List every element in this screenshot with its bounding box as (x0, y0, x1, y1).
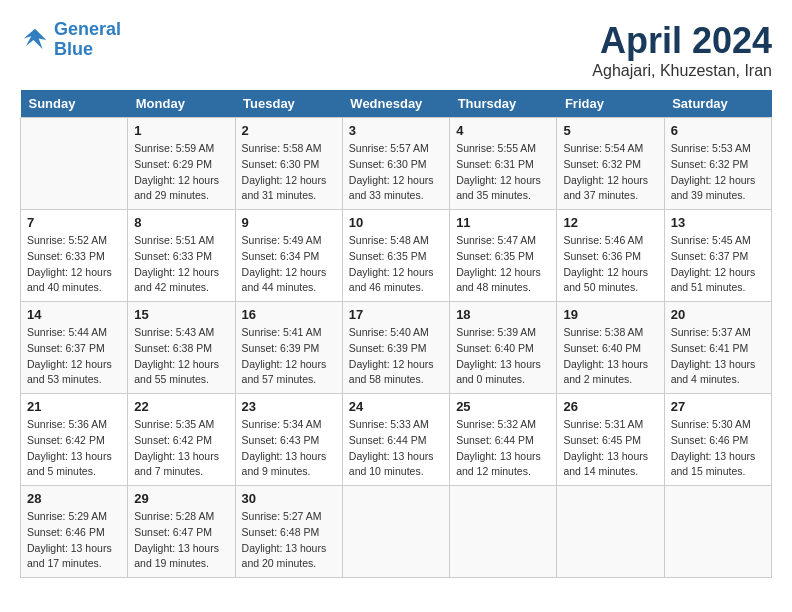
day-info: Sunrise: 5:52 AM Sunset: 6:33 PM Dayligh… (27, 233, 121, 296)
weekday-header-saturday: Saturday (664, 90, 771, 118)
day-number: 4 (456, 123, 550, 138)
svg-marker-0 (24, 29, 47, 49)
day-info: Sunrise: 5:33 AM Sunset: 6:44 PM Dayligh… (349, 417, 443, 480)
day-info: Sunrise: 5:57 AM Sunset: 6:30 PM Dayligh… (349, 141, 443, 204)
calendar-cell (21, 118, 128, 210)
calendar-cell: 15Sunrise: 5:43 AM Sunset: 6:38 PM Dayli… (128, 302, 235, 394)
day-number: 16 (242, 307, 336, 322)
day-info: Sunrise: 5:32 AM Sunset: 6:44 PM Dayligh… (456, 417, 550, 480)
weekday-header-friday: Friday (557, 90, 664, 118)
day-number: 1 (134, 123, 228, 138)
calendar-table: SundayMondayTuesdayWednesdayThursdayFrid… (20, 90, 772, 578)
calendar-header-row: SundayMondayTuesdayWednesdayThursdayFrid… (21, 90, 772, 118)
calendar-cell: 14Sunrise: 5:44 AM Sunset: 6:37 PM Dayli… (21, 302, 128, 394)
day-info: Sunrise: 5:30 AM Sunset: 6:46 PM Dayligh… (671, 417, 765, 480)
calendar-cell: 8Sunrise: 5:51 AM Sunset: 6:33 PM Daylig… (128, 210, 235, 302)
calendar-cell: 9Sunrise: 5:49 AM Sunset: 6:34 PM Daylig… (235, 210, 342, 302)
calendar-cell (342, 486, 449, 578)
calendar-cell: 3Sunrise: 5:57 AM Sunset: 6:30 PM Daylig… (342, 118, 449, 210)
day-number: 18 (456, 307, 550, 322)
calendar-week-2: 7Sunrise: 5:52 AM Sunset: 6:33 PM Daylig… (21, 210, 772, 302)
day-number: 25 (456, 399, 550, 414)
calendar-cell: 10Sunrise: 5:48 AM Sunset: 6:35 PM Dayli… (342, 210, 449, 302)
day-info: Sunrise: 5:35 AM Sunset: 6:42 PM Dayligh… (134, 417, 228, 480)
day-number: 24 (349, 399, 443, 414)
calendar-week-1: 1Sunrise: 5:59 AM Sunset: 6:29 PM Daylig… (21, 118, 772, 210)
calendar-cell: 27Sunrise: 5:30 AM Sunset: 6:46 PM Dayli… (664, 394, 771, 486)
day-number: 9 (242, 215, 336, 230)
calendar-cell: 4Sunrise: 5:55 AM Sunset: 6:31 PM Daylig… (450, 118, 557, 210)
day-number: 17 (349, 307, 443, 322)
day-number: 12 (563, 215, 657, 230)
day-number: 13 (671, 215, 765, 230)
day-number: 14 (27, 307, 121, 322)
weekday-header-monday: Monday (128, 90, 235, 118)
day-info: Sunrise: 5:49 AM Sunset: 6:34 PM Dayligh… (242, 233, 336, 296)
calendar-cell: 6Sunrise: 5:53 AM Sunset: 6:32 PM Daylig… (664, 118, 771, 210)
calendar-cell: 17Sunrise: 5:40 AM Sunset: 6:39 PM Dayli… (342, 302, 449, 394)
day-number: 21 (27, 399, 121, 414)
day-number: 11 (456, 215, 550, 230)
day-info: Sunrise: 5:37 AM Sunset: 6:41 PM Dayligh… (671, 325, 765, 388)
calendar-cell (450, 486, 557, 578)
day-info: Sunrise: 5:47 AM Sunset: 6:35 PM Dayligh… (456, 233, 550, 296)
calendar-cell: 12Sunrise: 5:46 AM Sunset: 6:36 PM Dayli… (557, 210, 664, 302)
day-info: Sunrise: 5:53 AM Sunset: 6:32 PM Dayligh… (671, 141, 765, 204)
day-number: 8 (134, 215, 228, 230)
calendar-cell: 18Sunrise: 5:39 AM Sunset: 6:40 PM Dayli… (450, 302, 557, 394)
page-header: General Blue April 2024 Aghajari, Khuzes… (20, 20, 772, 80)
day-number: 7 (27, 215, 121, 230)
day-number: 19 (563, 307, 657, 322)
day-info: Sunrise: 5:40 AM Sunset: 6:39 PM Dayligh… (349, 325, 443, 388)
weekday-header-sunday: Sunday (21, 90, 128, 118)
day-info: Sunrise: 5:58 AM Sunset: 6:30 PM Dayligh… (242, 141, 336, 204)
calendar-cell: 11Sunrise: 5:47 AM Sunset: 6:35 PM Dayli… (450, 210, 557, 302)
weekday-header-tuesday: Tuesday (235, 90, 342, 118)
calendar-cell: 2Sunrise: 5:58 AM Sunset: 6:30 PM Daylig… (235, 118, 342, 210)
day-number: 15 (134, 307, 228, 322)
logo-blue: Blue (54, 39, 93, 59)
day-info: Sunrise: 5:28 AM Sunset: 6:47 PM Dayligh… (134, 509, 228, 572)
day-info: Sunrise: 5:48 AM Sunset: 6:35 PM Dayligh… (349, 233, 443, 296)
day-info: Sunrise: 5:59 AM Sunset: 6:29 PM Dayligh… (134, 141, 228, 204)
calendar-cell: 26Sunrise: 5:31 AM Sunset: 6:45 PM Dayli… (557, 394, 664, 486)
page-subtitle: Aghajari, Khuzestan, Iran (592, 62, 772, 80)
day-info: Sunrise: 5:45 AM Sunset: 6:37 PM Dayligh… (671, 233, 765, 296)
calendar-cell: 20Sunrise: 5:37 AM Sunset: 6:41 PM Dayli… (664, 302, 771, 394)
day-info: Sunrise: 5:55 AM Sunset: 6:31 PM Dayligh… (456, 141, 550, 204)
day-info: Sunrise: 5:54 AM Sunset: 6:32 PM Dayligh… (563, 141, 657, 204)
day-info: Sunrise: 5:36 AM Sunset: 6:42 PM Dayligh… (27, 417, 121, 480)
day-info: Sunrise: 5:43 AM Sunset: 6:38 PM Dayligh… (134, 325, 228, 388)
day-number: 22 (134, 399, 228, 414)
day-number: 29 (134, 491, 228, 506)
day-info: Sunrise: 5:46 AM Sunset: 6:36 PM Dayligh… (563, 233, 657, 296)
calendar-cell (557, 486, 664, 578)
calendar-cell: 13Sunrise: 5:45 AM Sunset: 6:37 PM Dayli… (664, 210, 771, 302)
calendar-cell: 24Sunrise: 5:33 AM Sunset: 6:44 PM Dayli… (342, 394, 449, 486)
day-number: 5 (563, 123, 657, 138)
calendar-cell: 19Sunrise: 5:38 AM Sunset: 6:40 PM Dayli… (557, 302, 664, 394)
day-info: Sunrise: 5:27 AM Sunset: 6:48 PM Dayligh… (242, 509, 336, 572)
calendar-cell: 28Sunrise: 5:29 AM Sunset: 6:46 PM Dayli… (21, 486, 128, 578)
calendar-cell: 30Sunrise: 5:27 AM Sunset: 6:48 PM Dayli… (235, 486, 342, 578)
day-number: 27 (671, 399, 765, 414)
day-info: Sunrise: 5:38 AM Sunset: 6:40 PM Dayligh… (563, 325, 657, 388)
calendar-body: 1Sunrise: 5:59 AM Sunset: 6:29 PM Daylig… (21, 118, 772, 578)
day-number: 3 (349, 123, 443, 138)
calendar-cell (664, 486, 771, 578)
day-info: Sunrise: 5:31 AM Sunset: 6:45 PM Dayligh… (563, 417, 657, 480)
weekday-header-thursday: Thursday (450, 90, 557, 118)
day-info: Sunrise: 5:41 AM Sunset: 6:39 PM Dayligh… (242, 325, 336, 388)
day-number: 26 (563, 399, 657, 414)
title-block: April 2024 Aghajari, Khuzestan, Iran (592, 20, 772, 80)
page-title: April 2024 (592, 20, 772, 62)
weekday-header-wednesday: Wednesday (342, 90, 449, 118)
calendar-cell: 29Sunrise: 5:28 AM Sunset: 6:47 PM Dayli… (128, 486, 235, 578)
logo-general: General (54, 19, 121, 39)
day-number: 28 (27, 491, 121, 506)
day-number: 23 (242, 399, 336, 414)
calendar-cell: 1Sunrise: 5:59 AM Sunset: 6:29 PM Daylig… (128, 118, 235, 210)
logo-icon (20, 25, 50, 55)
day-info: Sunrise: 5:29 AM Sunset: 6:46 PM Dayligh… (27, 509, 121, 572)
calendar-cell: 22Sunrise: 5:35 AM Sunset: 6:42 PM Dayli… (128, 394, 235, 486)
